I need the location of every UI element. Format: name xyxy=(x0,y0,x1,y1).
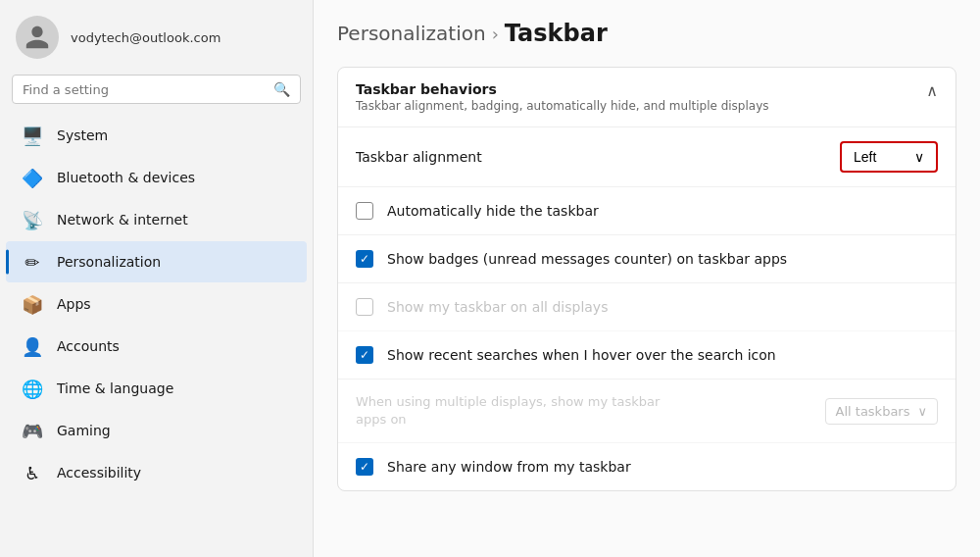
recentsearches-label: Show recent searches when I hover over t… xyxy=(387,347,938,363)
sidebar-item-system[interactable]: 🖥️ System xyxy=(6,115,307,156)
breadcrumb-current: Taskbar xyxy=(505,20,608,47)
sidebar-item-apps[interactable]: 📦 Apps xyxy=(6,283,307,325)
sidebar-label-time: Time & language xyxy=(57,380,173,396)
setting-row-autohide: Automatically hide the taskbar xyxy=(338,187,956,235)
setting-row-badges: Show badges (unread messages counter) on… xyxy=(338,235,956,283)
alignment-dropdown[interactable]: Left ∨ xyxy=(840,141,938,173)
section-title: Taskbar behaviors xyxy=(356,81,769,97)
bluetooth-icon: 🔷 xyxy=(22,167,43,188)
checkbox-checked-2 xyxy=(356,346,373,364)
autohide-checkbox[interactable] xyxy=(356,201,375,221)
network-icon: 📡 xyxy=(22,209,43,230)
setting-row-recentsearches: Show recent searches when I hover over t… xyxy=(338,331,956,380)
sidebar-label-bluetooth: Bluetooth & devices xyxy=(57,170,195,185)
checkbox-checked-3 xyxy=(356,458,373,476)
setting-row-alldisplays: Show my taskbar on all displays xyxy=(338,283,956,331)
multidisplay-dropdown[interactable]: All taskbars ∨ xyxy=(825,398,938,425)
sidebar-label-gaming: Gaming xyxy=(57,423,111,438)
alignment-value: Left xyxy=(854,149,876,165)
multidisplay-label: When using multiple displays, show my ta… xyxy=(356,393,813,429)
sharewindow-label: Share any window from my taskbar xyxy=(387,459,938,475)
sidebar-label-accessibility: Accessibility xyxy=(57,465,141,481)
avatar xyxy=(16,16,59,59)
breadcrumb-parent: Personalization xyxy=(337,22,486,45)
sidebar-label-system: System xyxy=(57,127,108,143)
sidebar: vodytech@outlook.com 🔍 🖥️ System 🔷 Bluet… xyxy=(0,0,314,557)
sidebar-item-network[interactable]: 📡 Network & internet xyxy=(6,199,307,240)
sidebar-item-accessibility[interactable]: ♿ Accessibility xyxy=(6,452,307,493)
breadcrumb: Personalization › Taskbar xyxy=(337,20,956,47)
setting-row-sharewindow: Share any window from my taskbar xyxy=(338,443,956,490)
alldisplays-label: Show my taskbar on all displays xyxy=(387,299,938,315)
user-email: vodytech@outlook.com xyxy=(71,30,220,45)
section-subtitle: Taskbar alignment, badging, automaticall… xyxy=(356,99,769,113)
breadcrumb-separator: › xyxy=(492,24,499,44)
nav-list: 🖥️ System 🔷 Bluetooth & devices 📡 Networ… xyxy=(0,114,313,557)
search-input[interactable] xyxy=(23,82,266,97)
sidebar-label-accounts: Accounts xyxy=(57,338,120,354)
checkbox-checked xyxy=(356,250,373,268)
setting-row-multidisplay: When using multiple displays, show my ta… xyxy=(338,380,956,443)
sharewindow-checkbox[interactable] xyxy=(356,457,375,477)
section-header: Taskbar behaviors Taskbar alignment, bad… xyxy=(338,68,956,127)
search-box[interactable]: 🔍 xyxy=(12,75,301,104)
badges-checkbox[interactable] xyxy=(356,249,375,269)
badges-label: Show badges (unread messages counter) on… xyxy=(387,251,938,267)
sidebar-item-time[interactable]: 🌐 Time & language xyxy=(6,368,307,409)
search-icon: 🔍 xyxy=(273,81,290,97)
setting-row-alignment: Taskbar alignment Left ∨ xyxy=(338,127,956,187)
time-icon: 🌐 xyxy=(22,378,43,399)
apps-icon: 📦 xyxy=(22,293,43,315)
alldisplays-checkbox[interactable] xyxy=(356,297,375,317)
chevron-down-icon-2: ∨ xyxy=(917,404,927,419)
sidebar-label-personalization: Personalization xyxy=(57,254,161,270)
checkbox-unchecked xyxy=(356,202,373,220)
sidebar-item-accounts[interactable]: 👤 Accounts xyxy=(6,326,307,367)
user-profile[interactable]: vodytech@outlook.com xyxy=(0,0,313,71)
sidebar-item-personalization[interactable]: ✏️ Personalization xyxy=(6,241,307,282)
personalization-icon: ✏️ xyxy=(22,251,43,273)
multidisplay-value: All taskbars xyxy=(836,404,910,419)
accessibility-icon: ♿ xyxy=(22,462,43,483)
main-content: Personalization › Taskbar Taskbar behavi… xyxy=(314,0,980,557)
recentsearches-checkbox[interactable] xyxy=(356,345,375,365)
taskbar-behaviors-section: Taskbar behaviors Taskbar alignment, bad… xyxy=(337,67,956,491)
sidebar-item-gaming[interactable]: 🎮 Gaming xyxy=(6,410,307,451)
accounts-icon: 👤 xyxy=(22,335,43,357)
sidebar-label-network: Network & internet xyxy=(57,212,188,228)
autohide-label: Automatically hide the taskbar xyxy=(387,203,938,219)
system-icon: 🖥️ xyxy=(22,125,43,146)
chevron-down-icon: ∨ xyxy=(914,149,924,165)
user-icon xyxy=(24,24,51,51)
checkbox-unchecked-2 xyxy=(356,298,373,316)
sidebar-item-bluetooth[interactable]: 🔷 Bluetooth & devices xyxy=(6,157,307,198)
gaming-icon: 🎮 xyxy=(22,420,43,441)
sidebar-label-apps: Apps xyxy=(57,296,91,312)
alignment-label: Taskbar alignment xyxy=(356,149,828,165)
collapse-icon[interactable]: ∧ xyxy=(926,81,938,100)
